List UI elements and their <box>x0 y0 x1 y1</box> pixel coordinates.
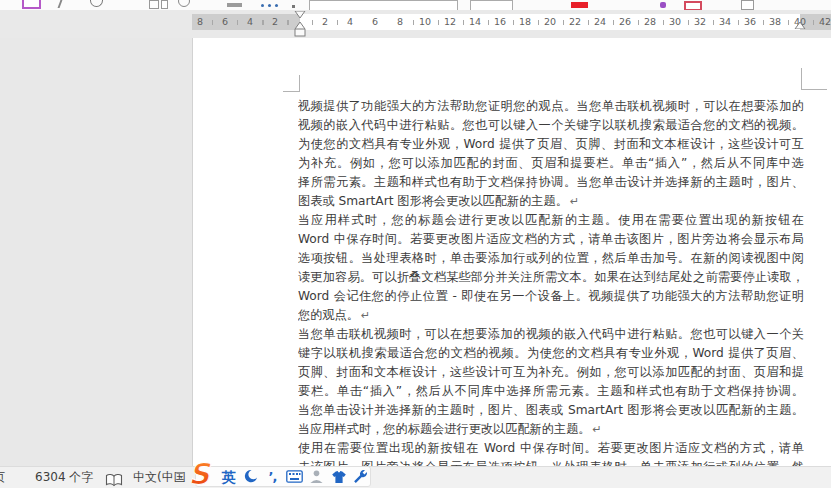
document-text-area[interactable]: 视频提供了功能强大的方法帮助您证明您的观点。当您单击联机视频时，可以在想要添加的… <box>298 97 804 477</box>
ribbon-toolbar-cutoff <box>0 0 831 10</box>
slash-tool-icon[interactable] <box>58 0 63 8</box>
ruler-number: 30 <box>669 14 681 30</box>
paragraph-mark-icon: ↵ <box>593 423 602 436</box>
document-line[interactable]: 择所需元素。主题和样式也有助于文档保持协调。当您单击设计并选择新的主题时，图片、 <box>298 173 804 192</box>
ruler-number: 2 <box>322 14 328 30</box>
crop-mark-top-right <box>801 68 802 90</box>
ime-soft-keyboard-icon[interactable] <box>286 469 303 485</box>
document-line[interactable]: 当您单击联机视频时，可以在想要添加的视频的嵌入代码中进行粘贴。您也可以键入一个关 <box>298 325 804 344</box>
ruler-number: 26 <box>619 14 631 30</box>
ime-account-icon[interactable] <box>308 469 325 485</box>
document-line[interactable]: 当应用样式时，您的标题会进行更改以匹配新的主题。使用在需要位置出现的新按钮在 <box>298 211 804 230</box>
ruler-number: 2 <box>272 14 278 30</box>
ime-toolbox-wrench-icon[interactable] <box>352 469 369 485</box>
document-line[interactable]: 当应用样式时，您的标题会进行更改以匹配新的主题。↵ <box>298 420 804 439</box>
ruler-number: 38 <box>769 14 781 30</box>
crop-mark-top-right <box>801 89 827 90</box>
ruler-number: 8 <box>197 14 203 30</box>
pinyin-guide-icon[interactable] <box>261 4 264 7</box>
ruler-number: 4 <box>247 14 253 30</box>
horizontal-ruler[interactable]: 8 6 4 2 2 4 6 8 10 12 14 16 18 20 22 24 … <box>0 10 831 38</box>
language-indicator[interactable]: 中文(中国 <box>133 467 186 488</box>
ruler-number: 28 <box>644 14 656 30</box>
ruler-number: 6 <box>222 14 228 30</box>
shape-tool-icon-2[interactable] <box>161 0 168 9</box>
document-line[interactable]: 选项按钮。当处理表格时，单击要添加行或列的位置，然后单击加号。在新的阅读视图中阅 <box>298 249 804 268</box>
paragraph-mark-icon: ↵ <box>570 195 579 208</box>
ruler-number: 22 <box>569 14 581 30</box>
ruler-number: 32 <box>694 14 706 30</box>
document-line[interactable]: Word 会记住您的停止位置 - 即使在另一个设备上。视频提供了功能强大的方法帮… <box>298 287 804 306</box>
document-line[interactable]: 键字以联机搜索最适合您的文档的视频。为使您的文档具有专业外观，Word 提供了页… <box>298 344 804 363</box>
word-count-indicator[interactable]: 6304 个字 <box>35 467 93 488</box>
format-tool-icon[interactable] <box>22 0 41 9</box>
ime-punctuation-icon[interactable]: ’, <box>264 469 281 485</box>
crop-mark-top-left <box>283 91 300 92</box>
ruler-number: 18 <box>519 14 531 30</box>
first-line-indent-marker[interactable] <box>294 11 306 19</box>
ruler-ticks <box>192 20 831 25</box>
ruler-number: 14 <box>469 14 481 30</box>
paragraph-mark-icon: ↵ <box>361 309 370 322</box>
status-bar: 页 6304 个字 中文(中国 <box>0 466 831 488</box>
document-line[interactable]: 为使您的文档具有专业外观，Word 提供了页眉、页脚、封面和文本框设计，这些设计… <box>298 135 804 154</box>
ruler-number: 4 <box>347 14 353 30</box>
document-line[interactable]: 使用在需要位置出现的新按钮在 Word 中保存时间。若要更改图片适应文档的方式，… <box>298 439 804 458</box>
font-size-combobox[interactable] <box>470 0 513 10</box>
svg-text:S: S <box>189 459 212 488</box>
ruler-number: 16 <box>494 14 506 30</box>
tiny-mark-icon <box>292 5 295 8</box>
ruler-number: 6 <box>372 14 378 30</box>
ruler-number: 36 <box>744 14 756 30</box>
text-effect-button[interactable] <box>684 1 702 10</box>
word-processor-window: { "document": { "pilcrow": "↵", "lines":… <box>0 0 831 488</box>
document-line[interactable]: Word 中保存时间。若要更改图片适应文档的方式，请单击该图片，图片旁边将会显示… <box>298 230 804 249</box>
ruler-number: 24 <box>594 14 606 30</box>
document-line[interactable]: 视频的嵌入代码中进行粘贴。您也可以键入一个关键字以联机搜索最适合您的文档的视频。 <box>298 116 804 135</box>
spellcheck-book-icon[interactable] <box>105 470 123 488</box>
ruler-number: 20 <box>544 14 556 30</box>
table-tool-icon[interactable] <box>227 3 242 7</box>
right-indent-marker[interactable] <box>794 21 806 29</box>
paragraph-mark-button[interactable] <box>741 0 754 10</box>
ruler-number: 8 <box>397 14 403 30</box>
document-line[interactable]: 您的观点。↵ <box>298 306 804 325</box>
ruler-number: 34 <box>719 14 731 30</box>
document-line[interactable]: 读更加容易。可以折叠文档某些部分并关注所需文本。如果在达到结尾处之前需要停止读取… <box>298 268 804 287</box>
crop-mark-top-left <box>299 75 300 92</box>
ruler-number: 12 <box>444 14 456 30</box>
ruler-number: 42 <box>819 14 831 30</box>
shape-tool-icon[interactable] <box>149 0 159 9</box>
ime-toolbar: 英 ’, <box>195 466 371 487</box>
ruler-number: 10 <box>419 14 431 30</box>
document-line[interactable]: 为补充。例如，您可以添加匹配的封面、页眉和提要栏。单击“插入”，然后从不同库中选 <box>298 154 804 173</box>
circle-tool-icon[interactable] <box>178 0 190 7</box>
document-line[interactable]: 视频提供了功能强大的方法帮助您证明您的观点。当您单击联机视频时，可以在想要添加的 <box>298 97 804 116</box>
hanging-indent-marker[interactable] <box>294 21 306 29</box>
ime-fullwidth-moon-icon[interactable] <box>242 469 259 485</box>
document-line[interactable]: 要栏。单击“插入”，然后从不同库中选择所需元素。主题和样式也有助于文档保持协调。 <box>298 382 804 401</box>
document-line[interactable]: 图表或 SmartArt 图形将会更改以匹配新的主题。↵ <box>298 192 804 211</box>
sogou-ime-logo[interactable]: S <box>181 459 217 488</box>
font-color-button[interactable] <box>571 2 588 8</box>
left-indent-marker[interactable] <box>294 29 306 37</box>
font-name-combobox[interactable] <box>309 0 458 10</box>
highlight-color-button[interactable] <box>660 2 666 8</box>
document-line[interactable]: 当您单击设计并选择新的主题时，图片、图表或 SmartArt 图形将会更改以匹配… <box>298 401 804 420</box>
page-number-indicator[interactable]: 页 <box>0 467 5 488</box>
ime-mode-english[interactable]: 英 <box>220 469 237 485</box>
document-line[interactable]: 页脚、封面和文本框设计，这些设计可互为补充。例如，您可以添加匹配的封面、页眉和提 <box>298 363 804 382</box>
undo-arc-icon[interactable] <box>90 0 103 7</box>
ime-skin-tshirt-icon[interactable] <box>330 469 347 485</box>
